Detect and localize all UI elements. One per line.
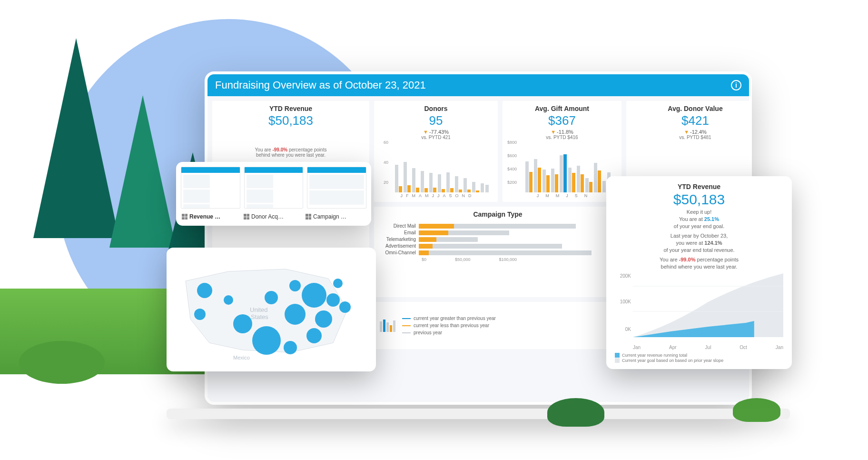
area-x-axis: JanAprJulOctJan <box>615 345 783 350</box>
svg-point-9 <box>289 280 301 291</box>
svg-point-3 <box>197 283 212 298</box>
decor-bush <box>733 398 780 422</box>
tab-revenue[interactable]: Revenue … <box>181 211 243 222</box>
svg-point-7 <box>252 326 281 355</box>
donor-map-popover[interactable]: United States Mexico <box>167 248 376 371</box>
dashboard-title: Fundraising Overview as of October 23, 2… <box>215 79 426 91</box>
svg-point-13 <box>326 293 340 307</box>
svg-point-15 <box>333 279 343 288</box>
ytd-revenue-title: YTD Revenue <box>215 105 366 112</box>
dashboard-tabs-popover: Revenue … Donor Acq… Campaign … <box>176 162 371 226</box>
grid-icon <box>244 214 249 220</box>
caret-down-icon: ▼ <box>551 129 556 135</box>
info-icon[interactable]: i <box>731 80 741 90</box>
ytd-area-chart[interactable]: 200K 100K 0K <box>615 273 783 345</box>
tab-thumb-campaign[interactable] <box>307 167 366 209</box>
donors-x-axis: JFMAMJJASOND <box>377 193 495 198</box>
donors-bar-chart[interactable]: 604020 <box>377 140 495 192</box>
laptop-base <box>167 409 790 419</box>
decor-bush <box>547 398 604 427</box>
behind-note: You are -99.0% percentage points behind … <box>215 147 366 158</box>
mini-bar-icon <box>380 320 395 332</box>
donors-value: 95 <box>377 113 495 128</box>
svg-text:States: States <box>251 313 268 320</box>
decor-bush <box>19 341 105 384</box>
donors-card[interactable]: Donors 95 ▼-77.43% vs. PYTD 421 604020 J… <box>374 101 498 202</box>
avg-gift-bar-chart[interactable]: $800$600$400$200 <box>505 140 619 192</box>
donors-title: Donors <box>377 105 495 112</box>
svg-text:Mexico: Mexico <box>233 355 250 360</box>
avg-gift-card[interactable]: Avg. Gift Amount $367 ▼-11.8% vs. PYTD $… <box>503 101 621 202</box>
svg-point-5 <box>224 295 233 305</box>
svg-point-8 <box>265 291 278 304</box>
tab-thumb-revenue[interactable] <box>181 167 240 209</box>
grid-icon <box>306 214 311 220</box>
svg-point-4 <box>194 309 206 320</box>
tab-donor-acq[interactable]: Donor Acq… <box>243 211 305 222</box>
campaign-type-card[interactable]: Campaign Type Direct Mail Email Telemark… <box>374 207 621 297</box>
ytd-revenue-value: $50,183 <box>215 113 366 128</box>
svg-point-14 <box>306 328 322 343</box>
tab-thumb-donor-acq[interactable] <box>244 167 304 209</box>
us-map-icon: United States Mexico <box>171 252 371 367</box>
grid-icon <box>182 214 187 220</box>
svg-point-10 <box>285 304 306 325</box>
caret-down-icon: ▼ <box>684 129 689 135</box>
svg-point-11 <box>302 283 326 308</box>
svg-point-17 <box>284 341 297 354</box>
svg-point-12 <box>315 310 332 328</box>
decor-tree <box>33 38 119 238</box>
dashboard-header: Fundraising Overview as of October 23, 2… <box>207 74 749 96</box>
ytd-revenue-popover: YTD Revenue $50,183 Keep it up! You are … <box>606 176 792 369</box>
svg-text:United: United <box>250 306 268 313</box>
tab-campaign[interactable]: Campaign … <box>305 211 366 222</box>
svg-point-16 <box>339 301 351 313</box>
decor-tree <box>109 95 176 248</box>
svg-point-6 <box>233 314 252 333</box>
caret-down-icon: ▼ <box>423 129 428 135</box>
